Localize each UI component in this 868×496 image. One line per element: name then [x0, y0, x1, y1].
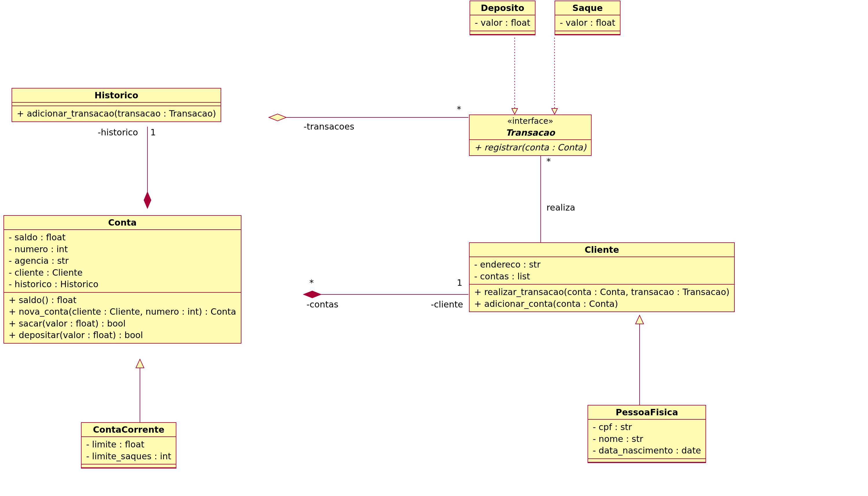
method: + sacar(valor : float) : bool [9, 318, 236, 330]
attributes: - limite : float - limite_saques : int [81, 437, 176, 464]
attr: - historico : Historico [9, 279, 236, 290]
label-contas-mult: * [310, 278, 314, 288]
method: + saldo() : float [9, 294, 236, 306]
svg-marker-5 [144, 192, 151, 208]
attr: - contas : list [474, 271, 729, 282]
attrs-empty [12, 103, 221, 106]
class-title: Historico [12, 89, 221, 103]
class-title: Saque [555, 1, 620, 15]
attributes: - saldo : float - numero : int - agencia… [4, 230, 241, 293]
attr: - endereco : str [474, 259, 729, 271]
attributes: - cpf : str - nome : str - data_nascimen… [588, 420, 706, 459]
class-title: Conta [4, 216, 241, 230]
svg-marker-8 [304, 291, 321, 298]
attributes: - valor : float [470, 15, 535, 31]
attr: - data_nascimento : date [593, 445, 701, 457]
attr: - saldo : float [9, 232, 236, 244]
class-title: ContaCorrente [81, 423, 176, 437]
attr: - nome : str [593, 433, 701, 445]
attr: - limite : float [86, 439, 171, 451]
attr: - cpf : str [593, 421, 701, 433]
svg-marker-12 [635, 315, 644, 324]
class-title: Cliente [470, 243, 734, 257]
uml-canvas: Deposito - valor : float Saque - valor :… [0, 0, 868, 496]
attr: - agencia : str [9, 255, 236, 267]
class-cliente: Cliente - endereco : str - contas : list… [469, 242, 735, 312]
class-conta: Conta - saldo : float - numero : int - a… [3, 215, 241, 344]
class-deposito: Deposito - valor : float [470, 1, 536, 35]
method: + adicionar_transacao(transacao : Transa… [17, 108, 216, 120]
stereotype: «interface» [470, 115, 591, 126]
attr: - cliente : Cliente [9, 267, 236, 279]
attr: - valor : float [475, 17, 530, 29]
attr: - numero : int [9, 244, 236, 255]
label-cliente-role: -cliente [431, 299, 463, 309]
class-saque: Saque - valor : float [555, 1, 620, 35]
class-title: Deposito [470, 1, 535, 15]
class-historico: Historico + adicionar_transacao(transaca… [12, 88, 221, 122]
label-transacao-mult-top: * [457, 104, 461, 114]
label-transacoes-role: -transacoes [304, 122, 354, 131]
methods-empty [555, 31, 620, 35]
methods-empty [470, 31, 535, 35]
label-historico-role: -historico [98, 127, 138, 137]
method: + nova_conta(cliente : Cliente, numero :… [9, 306, 236, 318]
attributes: - endereco : str - contas : list [470, 257, 734, 284]
methods: + saldo() : float + nova_conta(cliente :… [4, 293, 241, 343]
label-historico-mult: 1 [151, 127, 156, 137]
methods: + registrar(conta : Conta) [470, 140, 591, 155]
methods-empty [588, 459, 706, 463]
label-transacao-mult-bottom: * [547, 156, 551, 166]
label-cliente-mult: 1 [457, 278, 462, 288]
class-title: Transacao [470, 126, 591, 140]
svg-marker-10 [136, 359, 144, 368]
interface-transacao: «interface» Transacao + registrar(conta … [469, 114, 591, 156]
label-contas-role: -contas [306, 299, 338, 309]
method: + realizar_transacao(conta : Conta, tran… [474, 286, 729, 298]
methods-empty [81, 464, 176, 468]
class-pessoafisica: PessoaFisica - cpf : str - nome : str - … [587, 405, 706, 463]
class-contacorrente: ContaCorrente - limite : float - limite_… [81, 422, 176, 468]
methods: + adicionar_transacao(transacao : Transa… [12, 106, 221, 122]
attributes: - valor : float [555, 15, 620, 31]
attr: - limite_saques : int [86, 451, 171, 463]
method: + registrar(conta : Conta) [474, 142, 586, 154]
methods: + realizar_transacao(conta : Conta, tran… [470, 284, 734, 311]
method: + depositar(valor : float) : bool [9, 329, 236, 341]
class-title: PessoaFisica [588, 405, 706, 420]
attr: - valor : float [560, 17, 615, 29]
method: + adicionar_conta(conta : Conta) [474, 298, 729, 310]
label-realiza: realiza [547, 202, 575, 213]
svg-marker-3 [269, 114, 286, 121]
